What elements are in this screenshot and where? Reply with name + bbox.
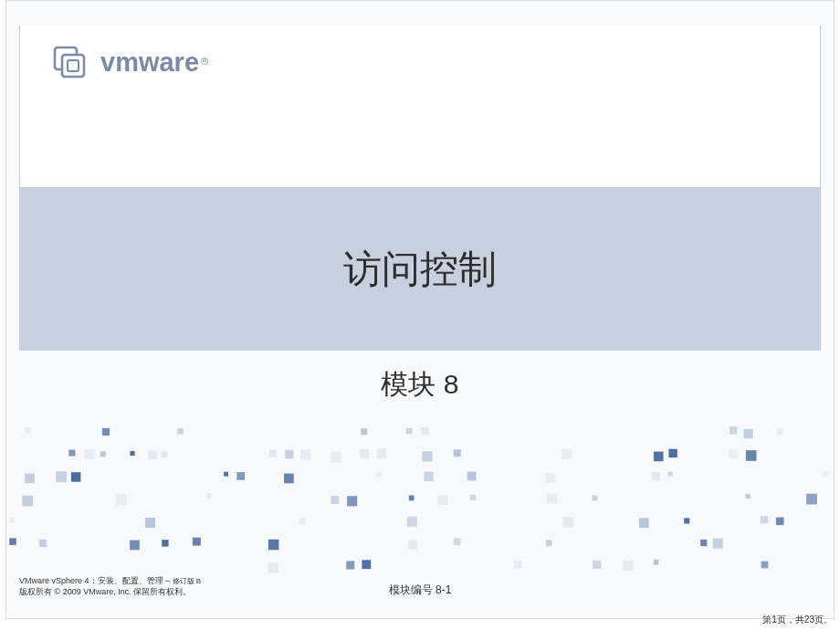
svg-rect-5 [177,428,183,434]
svg-rect-79 [514,561,522,569]
svg-rect-37 [376,472,382,478]
module-number: 模块编号 8-1 [389,583,452,598]
svg-rect-80 [593,561,601,569]
svg-rect-45 [116,494,127,505]
svg-rect-82 [654,560,659,565]
svg-rect-41 [652,472,660,480]
svg-rect-48 [347,496,357,506]
svg-rect-61 [639,518,649,528]
svg-rect-69 [193,538,201,546]
svg-rect-24 [422,451,432,461]
brand-name: vmware® [100,47,208,78]
svg-rect-53 [592,496,597,501]
footer-line-1-suffix: 修订版 B [173,577,202,585]
svg-rect-4 [102,428,110,436]
svg-rect-34 [224,472,228,477]
svg-rect-6 [361,428,367,435]
svg-rect-71 [408,541,417,550]
svg-rect-62 [684,518,689,523]
svg-rect-18 [269,450,278,458]
svg-rect-68 [162,540,168,546]
svg-rect-57 [145,518,155,528]
vmware-boxes-icon [49,42,89,82]
svg-rect-76 [268,562,278,572]
svg-rect-15 [130,451,134,456]
svg-rect-32 [56,471,67,482]
svg-rect-31 [25,474,35,484]
svg-rect-20 [300,449,310,459]
svg-rect-65 [9,538,16,545]
trademark-symbol: ® [201,56,208,67]
svg-rect-7 [406,428,413,435]
svg-rect-25 [454,449,461,457]
footer-line-1-prefix: VMware vSphere 4：安装、配置、管理 – [19,576,173,585]
svg-rect-74 [700,540,707,546]
svg-rect-78 [362,560,371,569]
svg-rect-27 [654,452,664,462]
svg-rect-40 [546,474,556,484]
svg-rect-51 [470,495,476,500]
svg-rect-8 [421,427,429,436]
svg-rect-11 [777,428,783,435]
svg-rect-9 [730,426,737,434]
brand-name-text: vmware [100,47,199,77]
svg-rect-46 [206,493,212,499]
footer-copyright: VMware vSphere 4：安装、配置、管理 – 修订版 B 版权所有 ©… [19,575,201,598]
svg-rect-22 [360,449,369,458]
svg-rect-55 [806,494,817,505]
footer-line-2: 版权所有 © 2009 VMware, Inc. 保留所有权利。 [19,586,201,598]
svg-rect-70 [268,540,279,551]
svg-rect-63 [761,516,768,523]
svg-rect-3 [25,427,30,433]
svg-rect-39 [467,472,477,481]
decorative-dots-pattern [6,426,834,582]
svg-rect-58 [299,518,305,524]
svg-rect-73 [546,541,552,547]
subtitle-area: 模块 8 [6,366,834,404]
svg-rect-77 [346,562,354,570]
svg-rect-52 [547,493,557,503]
svg-rect-47 [331,496,339,504]
svg-rect-26 [562,448,572,459]
svg-rect-35 [236,472,245,480]
svg-rect-14 [100,451,106,457]
svg-rect-38 [424,472,433,481]
svg-rect-10 [743,429,752,438]
svg-rect-67 [130,541,140,551]
brand-logo: vmware® [49,42,208,82]
header-band: vmware® [19,26,821,188]
svg-rect-29 [729,449,738,458]
svg-rect-49 [409,496,415,501]
svg-rect-36 [284,474,294,484]
svg-rect-13 [85,449,95,459]
svg-rect-66 [39,540,47,547]
svg-rect-21 [331,452,341,463]
svg-rect-81 [623,561,633,571]
svg-rect-54 [746,494,751,499]
slide-container: vmware® 访问控制 模块 8 VMware vSphere 4：安装、配置… [5,0,835,619]
svg-rect-50 [438,495,448,505]
svg-rect-83 [761,562,769,569]
svg-rect-43 [824,471,828,476]
title-band: 访问控制 [19,188,821,351]
svg-rect-33 [71,472,81,482]
svg-rect-42 [668,471,673,476]
svg-rect-30 [746,450,757,461]
slide-subtitle: 模块 8 [6,366,834,404]
svg-rect-12 [68,450,75,457]
svg-rect-60 [562,517,573,528]
svg-rect-44 [22,496,33,507]
svg-rect-17 [162,451,168,457]
slide-title: 访问控制 [343,244,497,295]
svg-rect-19 [285,450,293,458]
svg-rect-64 [776,518,784,526]
page-indicator: 第1页，共23页。 [762,614,833,626]
svg-rect-28 [668,449,677,457]
svg-rect-16 [148,451,156,459]
svg-rect-75 [713,539,723,549]
svg-rect-1 [62,55,84,77]
svg-rect-72 [454,538,461,545]
svg-rect-56 [9,518,15,523]
footer-line-1: VMware vSphere 4：安装、配置、管理 – 修订版 B [19,575,201,587]
svg-rect-23 [377,449,387,459]
